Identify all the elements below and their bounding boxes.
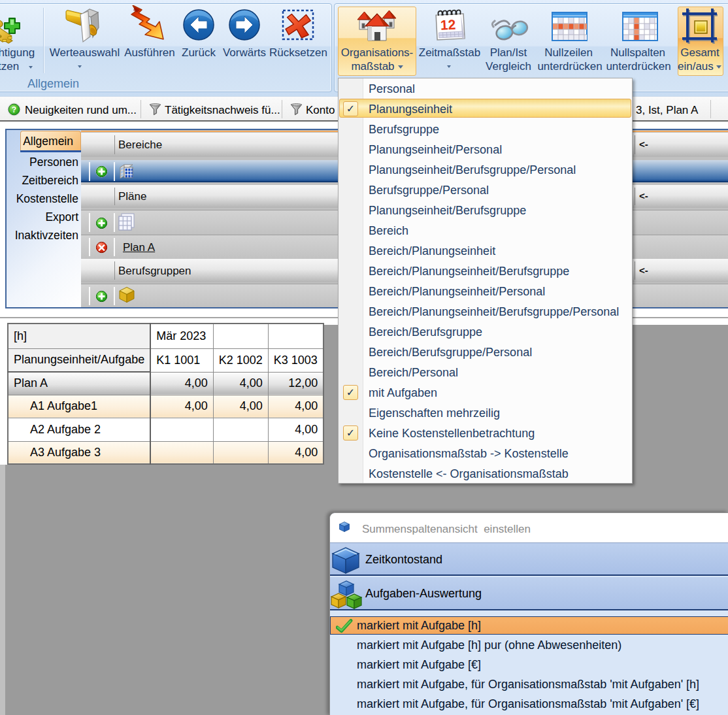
svg-text:?: ?	[12, 105, 16, 114]
svg-text:12: 12	[440, 17, 456, 33]
